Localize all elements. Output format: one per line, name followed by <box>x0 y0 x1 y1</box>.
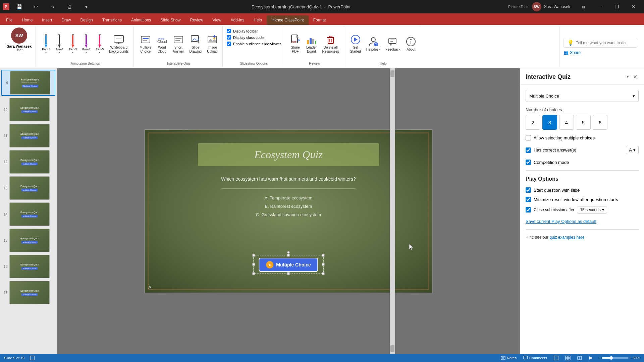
rotation-handle[interactable] <box>287 251 290 254</box>
allow-multiple-checkbox[interactable] <box>526 135 531 140</box>
zoom-thumb[interactable] <box>609 356 613 360</box>
enable-audience-item[interactable]: Enable audience slide viewer <box>227 42 281 46</box>
close-btn[interactable]: ✕ <box>626 2 641 12</box>
display-toolbar-item[interactable]: Display toolbar <box>227 29 281 33</box>
slide-thumb-15[interactable]: 15 Ecosystem QuizMultiple Choice <box>1 228 55 253</box>
tab-animations[interactable]: Animations <box>126 15 156 25</box>
comments-btn[interactable]: Comments <box>522 355 548 361</box>
short-answer-btn[interactable]: ShortAnswer <box>171 33 186 55</box>
slide-thumb-16[interactable]: 16 Ecosystem QuizMultiple Choice <box>1 254 55 279</box>
tab-review[interactable]: Review <box>185 15 208 25</box>
handle-tr[interactable] <box>322 254 325 257</box>
tab-design[interactable]: Design <box>75 15 97 25</box>
word-cloud-btn[interactable]: WordCloud WordCloud <box>155 33 169 55</box>
tab-transitions[interactable]: Transitions <box>98 15 126 25</box>
allow-multiple-row[interactable]: Allow selecting multiple choices <box>526 135 639 140</box>
handle-tm[interactable] <box>287 254 290 257</box>
competition-mode-row[interactable]: Competition mode <box>526 160 639 165</box>
notes-btn[interactable]: Notes <box>499 355 518 361</box>
more-qat-btn[interactable]: ▾ <box>78 2 94 12</box>
undo-btn[interactable]: ↩ <box>28 2 44 12</box>
save-play-options-link[interactable]: Save current Play Options as default <box>526 219 639 224</box>
pen4-btn[interactable]: Pen-4 ▾ <box>80 34 92 55</box>
slide-canvas[interactable]: Ecosystem Quiz Which ecosystem has warm/… <box>144 129 433 293</box>
zoom-level[interactable]: 59% <box>633 356 640 360</box>
pen2-btn[interactable]: Pen-2 ▾ <box>53 34 65 55</box>
slide-thumb-10[interactable]: 10 Ecosystem QuizMultiple Choice <box>1 97 55 122</box>
image-upload-btn[interactable]: ImageUpload <box>205 33 220 55</box>
about-btn[interactable]: About <box>404 35 418 53</box>
slide-drawing-btn[interactable]: SlideDrawing <box>187 33 204 55</box>
display-toolbar-checkbox[interactable] <box>227 29 231 33</box>
tab-home[interactable]: Home <box>17 15 37 25</box>
choice-btn-5[interactable]: 5 <box>576 115 591 130</box>
minimize-result-row[interactable]: Minimize result window after question st… <box>526 197 639 202</box>
close-submission-select[interactable]: 15 seconds ▾ <box>577 206 607 214</box>
delete-responses-btn[interactable]: Delete allResponses <box>320 33 341 55</box>
correct-answer-select[interactable]: A ▾ <box>626 146 639 154</box>
helpdesk-btn[interactable]: ? Helpdesk <box>364 35 382 53</box>
print-btn[interactable]: 🖨 <box>62 2 77 12</box>
slide-thumb-9[interactable]: 9 Ecosystem Quiz Which ecosystem... Mult… <box>1 70 55 96</box>
close-submission-checkbox[interactable] <box>526 207 531 213</box>
tell-me-input[interactable] <box>576 41 633 45</box>
pen3-btn[interactable]: Pen-3 ▾ <box>67 34 79 55</box>
minimize-result-checkbox[interactable] <box>526 197 531 202</box>
choice-btn-3[interactable]: 3 <box>542 115 557 130</box>
pen1-btn[interactable]: Pen-1 ▾ <box>40 34 52 55</box>
slide-thumb-11[interactable]: 11 Ecosystem QuizMultiple Choice <box>1 123 55 148</box>
pen5-btn[interactable]: Pen-5 ▾ <box>94 34 106 55</box>
share-btn[interactable]: 👥 Share <box>564 50 637 55</box>
share-pdf-btn[interactable]: PDF SharePDF <box>288 33 303 55</box>
reading-view-btn[interactable] <box>576 355 583 361</box>
display-class-code-item[interactable]: Display class code <box>227 35 281 40</box>
mc-badge[interactable]: ★ Multiple Choice <box>259 258 318 272</box>
whiteboard-btn[interactable]: WhiteboardBackgrounds <box>107 33 130 55</box>
panel-close-btn[interactable]: ✕ <box>632 72 639 81</box>
slideshow-btn[interactable] <box>587 355 595 361</box>
slide-sorter-btn[interactable] <box>564 355 572 361</box>
handle-br[interactable] <box>322 272 325 275</box>
scrollbar-thumb-top[interactable] <box>390 70 394 77</box>
zoom-out-btn[interactable]: − <box>599 356 601 360</box>
panel-collapse-btn[interactable]: ▾ <box>625 72 630 81</box>
minimize-btn[interactable]: ─ <box>592 2 608 12</box>
slide-thumb-14[interactable]: 14 Ecosystem QuizMultiple Choice <box>1 202 55 227</box>
multiple-choice-ribbon-btn[interactable]: MultipleChoice <box>138 33 153 55</box>
start-with-slide-row[interactable]: Start question with slide <box>526 187 639 193</box>
choice-btn-4[interactable]: 4 <box>559 115 574 130</box>
choice-btn-6[interactable]: 6 <box>593 115 607 130</box>
tab-format[interactable]: Format <box>309 15 331 25</box>
layout-btn[interactable]: ⧈ <box>576 2 591 12</box>
tab-add-ins[interactable]: Add-ins <box>226 15 249 25</box>
redo-btn[interactable]: ↪ <box>45 2 60 12</box>
save-qat-btn[interactable]: 💾 <box>11 2 27 12</box>
enable-audience-checkbox[interactable] <box>227 42 231 46</box>
handle-bm[interactable] <box>287 272 290 275</box>
handle-tl[interactable] <box>252 254 255 257</box>
quiz-type-dropdown[interactable]: Multiple Choice ▾ <box>526 90 639 102</box>
tell-me-input-container[interactable]: 💡 <box>564 38 637 48</box>
tab-view[interactable]: View <box>208 15 226 25</box>
handle-bl[interactable] <box>252 272 255 275</box>
competition-mode-checkbox[interactable] <box>526 160 531 165</box>
feedback-btn[interactable]: Feedback <box>384 35 402 53</box>
normal-view-btn[interactable] <box>552 355 560 361</box>
tab-insert[interactable]: Insert <box>37 15 57 25</box>
slide-thumb-17[interactable]: 17 Ecosystem QuizMultiple Choice <box>1 280 55 305</box>
zoom-in-btn[interactable]: + <box>629 356 631 360</box>
zoom-slider[interactable] <box>602 357 629 359</box>
start-with-slide-checkbox[interactable] <box>526 187 531 193</box>
hint-link[interactable]: quiz examples here <box>549 235 584 240</box>
handle-mr[interactable] <box>322 263 325 266</box>
get-started-btn[interactable]: GetStarted <box>348 33 363 55</box>
tab-inknoe[interactable]: Inknoe ClassPoint <box>267 15 309 25</box>
fit-to-window-btn[interactable] <box>30 356 35 360</box>
slide-thumb-13[interactable]: 13 Ecosystem QuizMultiple Choice <box>1 176 55 200</box>
scrollbar-thumb-bottom[interactable] <box>390 345 394 352</box>
tab-help[interactable]: Help <box>249 15 267 25</box>
leader-board-btn[interactable]: LeaderBoard <box>304 33 319 55</box>
tab-file[interactable]: File <box>1 15 17 25</box>
user-avatar[interactable]: SW <box>532 2 541 11</box>
tab-draw[interactable]: Draw <box>57 15 75 25</box>
